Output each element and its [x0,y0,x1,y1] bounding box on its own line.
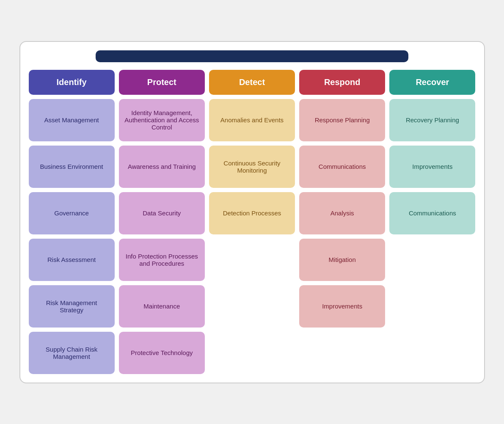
cell-respond-5-empty [299,332,385,374]
header-identify: Identify [29,70,115,95]
cell-detect-2: Detection Processes [209,192,295,234]
cell-identify-0: Asset Management [29,99,115,141]
cell-respond-0: Response Planning [299,99,385,141]
cell-recover-1: Improvements [389,146,475,188]
cell-protect-1: Awareness and Training [119,146,205,188]
cell-respond-1: Communications [299,146,385,188]
cell-recover-0: Recovery Planning [389,99,475,141]
cell-identify-2: Governance [29,192,115,234]
cell-detect-5-empty [209,332,295,374]
cell-respond-2: Analysis [299,192,385,234]
cell-recover-5-empty [389,332,475,374]
cell-recover-2: Communications [389,192,475,234]
framework-container: IdentifyProtectDetectRespondRecoverAsset… [19,41,485,383]
cell-detect-3-empty [209,239,295,281]
cell-protect-0: Identity Management, Authentication and … [119,99,205,141]
cell-detect-0: Anomalies and Events [209,99,295,141]
cell-recover-3-empty [389,239,475,281]
cell-identify-3: Risk Assessment [29,239,115,281]
cell-detect-1: Continuous Security Monitoring [209,146,295,188]
cell-protect-2: Data Security [119,192,205,234]
cell-respond-3: Mitigation [299,239,385,281]
cell-identify-1: Business Environment [29,146,115,188]
cell-protect-5: Protective Technology [119,332,205,374]
grid-table: IdentifyProtectDetectRespondRecoverAsset… [29,70,476,374]
cell-identify-5: Supply Chain Risk Management [29,332,115,374]
header-recover: Recover [389,70,475,95]
cell-detect-4-empty [209,285,295,328]
title-banner [96,50,408,62]
header-protect: Protect [119,70,205,95]
cell-recover-4-empty [389,285,475,328]
cell-respond-4: Improvements [299,285,385,328]
header-detect: Detect [209,70,295,95]
cell-identify-4: Risk Management Strategy [29,285,115,328]
cell-protect-3: Info Protection Processes and Procedures [119,239,205,281]
header-respond: Respond [299,70,385,95]
cell-protect-4: Maintenance [119,285,205,328]
